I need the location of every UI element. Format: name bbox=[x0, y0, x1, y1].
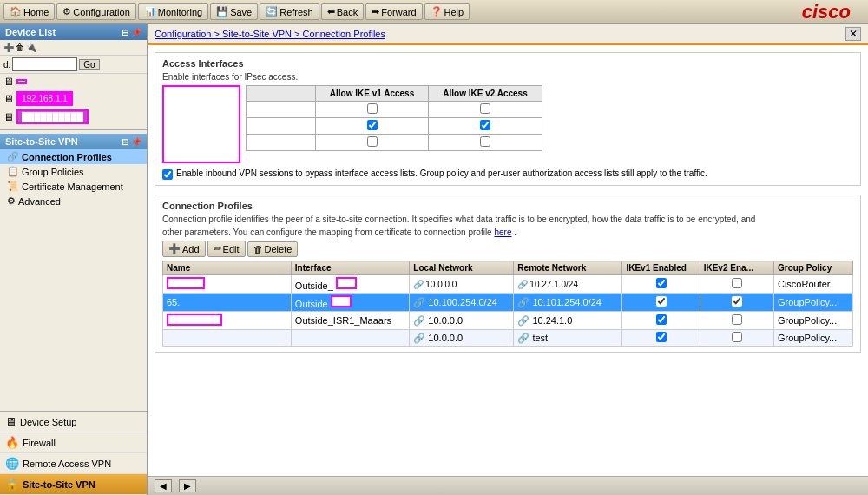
row3-interface: Outside_ISR1_Maaars bbox=[291, 312, 409, 330]
delete-profile-button[interactable]: 🗑 Delete bbox=[247, 241, 299, 257]
back-button[interactable]: ⬅ Back bbox=[321, 3, 364, 20]
row3-ikev1-check[interactable] bbox=[656, 314, 667, 325]
add-profile-button[interactable]: ➕ Add bbox=[162, 241, 206, 257]
row4-ikev2-check[interactable] bbox=[732, 332, 742, 342]
row4-ikev1 bbox=[622, 330, 700, 346]
help-icon: ❓ bbox=[431, 6, 443, 17]
status-bar: ◀ ▶ bbox=[148, 476, 868, 495]
remote-vpn-icon: 🌐 bbox=[5, 457, 19, 470]
ikev2-check-1[interactable] bbox=[480, 103, 490, 114]
breadcrumb-bar: Configuration > Site-to-Site VPN > Conne… bbox=[148, 24, 868, 45]
breadcrumb[interactable]: Configuration > Site-to-Site VPN > Conne… bbox=[155, 29, 385, 39]
access-interfaces-desc: Enable interfaces for IPsec access. bbox=[162, 72, 853, 82]
table-row[interactable]: 65. Outside 🔗 10.100.254.0/24 bbox=[163, 294, 853, 312]
config-icon: ⚙ bbox=[62, 6, 71, 17]
device-item-3[interactable]: 🖥 ██████████ bbox=[0, 108, 147, 126]
row2-interface: Outside bbox=[291, 294, 409, 312]
access-ikev1-3 bbox=[316, 135, 429, 150]
go-button[interactable]: Go bbox=[79, 59, 99, 70]
row2-ikev2-check[interactable] bbox=[732, 296, 742, 307]
access-ikev2-2 bbox=[429, 118, 542, 134]
row2-policy: GroupPolicy... bbox=[773, 294, 852, 312]
device-search-input[interactable] bbox=[12, 57, 77, 71]
ikev1-check-1[interactable] bbox=[367, 103, 378, 114]
row2-ikev1 bbox=[622, 294, 700, 312]
nav-group-policies[interactable]: 📋 Group Policies bbox=[0, 164, 147, 179]
row2-local: 🔗 10.100.254.0/24 bbox=[410, 294, 514, 312]
device-list-header: Device List ⊟ 📌 bbox=[0, 24, 147, 40]
bypass-checkbox[interactable] bbox=[162, 169, 173, 180]
forward-button[interactable]: ➡ Forward bbox=[365, 3, 422, 20]
nav-device-setup[interactable]: 🖥 Device Setup bbox=[0, 412, 147, 432]
certificate-icon: 📜 bbox=[7, 181, 19, 192]
device-ip-highlighted-1 bbox=[16, 79, 27, 84]
content-body: Access Interfaces Enable interfaces for … bbox=[148, 45, 868, 476]
table-row[interactable]: 🔗 10.0.0.0 🔗 test bbox=[163, 330, 853, 346]
ikev2-check-2[interactable] bbox=[480, 120, 490, 130]
col-header-name: Name bbox=[163, 261, 292, 275]
row4-policy: GroupPolicy... bbox=[773, 330, 852, 346]
nav-site-to-site-vpn[interactable]: 🔒 Site-to-Site VPN bbox=[0, 474, 147, 495]
access-table: Allow IKE v1 Access Allow IKE v2 Access bbox=[246, 85, 542, 151]
ikev1-check-3[interactable] bbox=[367, 136, 378, 147]
nav-remote-access-vpn[interactable]: 🌐 Remote Access VPN bbox=[0, 453, 147, 474]
row4-ikev2 bbox=[700, 330, 773, 346]
connection-profiles-desc2: other parameters. You can configure the … bbox=[162, 228, 853, 237]
connection-profiles-icon: 🔗 bbox=[7, 151, 19, 162]
row2-remote: 🔗 10.101.254.0/24 bbox=[514, 294, 622, 312]
prev-button[interactable]: ◀ bbox=[155, 479, 172, 492]
ikev1-header: Allow IKE v1 Access bbox=[316, 86, 429, 101]
device-item-1[interactable]: 🖥 bbox=[0, 74, 147, 89]
home-button[interactable]: 🏠 Home bbox=[3, 3, 55, 20]
row4-ikev1-check[interactable] bbox=[656, 332, 667, 342]
row3-local: 🔗 10.0.0.0 bbox=[410, 312, 514, 330]
back-icon: ⬅ bbox=[327, 6, 335, 17]
nav-firewall[interactable]: 🔥 Firewall bbox=[0, 432, 147, 453]
row3-name bbox=[163, 312, 292, 330]
ikev1-check-2[interactable] bbox=[367, 120, 378, 130]
nav-certificate-management[interactable]: 📜 Certificate Management bbox=[0, 179, 147, 194]
sidebar: Device List ⊟ 📌 ➕ 🗑 🔌 d: Go 🖥 🖥 192.168.… bbox=[0, 24, 148, 495]
nav-advanced[interactable]: ⚙ Advanced bbox=[0, 194, 147, 208]
bypass-label: Enable inbound VPN sessions to bypass in… bbox=[176, 168, 707, 178]
row2-if-highlight bbox=[331, 295, 352, 307]
row1-ikev2-check[interactable] bbox=[732, 278, 742, 288]
device-list-controls: ⊟ 📌 bbox=[122, 28, 141, 37]
row1-if-highlight bbox=[336, 277, 357, 289]
vpn-title: Site-to-Site VPN bbox=[5, 136, 78, 147]
help-button[interactable]: ❓ Help bbox=[424, 3, 470, 20]
save-button[interactable]: 💾 Save bbox=[210, 3, 258, 20]
cisco-logo: cisco bbox=[802, 1, 858, 23]
monitoring-button[interactable]: 📊 Monitoring bbox=[138, 3, 208, 20]
add-icon: ➕ bbox=[168, 243, 181, 254]
window-close-button[interactable]: ✕ bbox=[845, 27, 861, 41]
here-link[interactable]: here bbox=[494, 228, 511, 237]
connection-profiles-desc1: Connection profile identifies the peer o… bbox=[162, 214, 853, 224]
row1-name bbox=[163, 275, 292, 294]
configuration-button[interactable]: ⚙ Configuration bbox=[56, 3, 135, 20]
row3-remote: 🔗 10.24.1.0 bbox=[514, 312, 622, 330]
ikev2-check-3[interactable] bbox=[480, 136, 490, 147]
row2-ikev2 bbox=[700, 294, 773, 312]
col-header-local: Local Network bbox=[410, 261, 514, 275]
access-if-cell-3 bbox=[247, 135, 316, 150]
next-button[interactable]: ▶ bbox=[179, 479, 196, 492]
row1-interface: Outside_ bbox=[291, 275, 409, 294]
refresh-button[interactable]: 🔄 Refresh bbox=[260, 3, 319, 20]
device-item-2[interactable]: 🖥 192.168.1.1 bbox=[0, 89, 147, 108]
access-row-1 bbox=[246, 102, 542, 118]
forward-icon: ➡ bbox=[372, 6, 379, 17]
table-row[interactable]: Outside_ 10.0.0.0 10.27.1.0/24 bbox=[163, 275, 853, 294]
row2-ikev1-check[interactable] bbox=[656, 296, 667, 307]
row1-ikev1-check[interactable] bbox=[656, 278, 667, 288]
col-header-ikev1: IKEv1 Enabled bbox=[622, 261, 700, 275]
table-row[interactable]: Outside_ISR1_Maaars 🔗 10.0.0.0 🔗 10.24.1… bbox=[163, 312, 853, 330]
row3-ikev2 bbox=[700, 312, 773, 330]
nav-connection-profiles[interactable]: 🔗 Connection Profiles bbox=[0, 149, 147, 164]
row3-ikev2-check[interactable] bbox=[732, 314, 742, 325]
row3-policy: GroupPolicy... bbox=[773, 312, 852, 330]
access-interfaces-section: Access Interfaces Enable interfaces for … bbox=[155, 52, 861, 186]
firewall-icon: 🔥 bbox=[5, 436, 19, 449]
edit-profile-button[interactable]: ✏ Edit bbox=[207, 241, 246, 257]
col-header-remote: Remote Network bbox=[514, 261, 622, 275]
